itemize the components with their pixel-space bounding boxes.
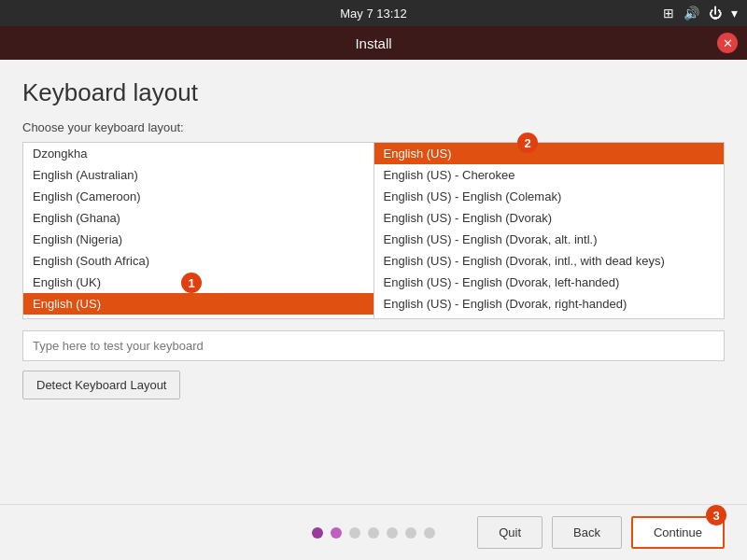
progress-dot-6: [405, 527, 416, 539]
progress-dot-4: [368, 527, 379, 539]
back-button[interactable]: Back: [552, 516, 622, 549]
list-item[interactable]: English (US): [23, 293, 374, 315]
badge-2: 2: [517, 133, 538, 153]
list-item[interactable]: English (US) - English (Dvorak): [374, 207, 725, 229]
detect-keyboard-button[interactable]: Detect Keyboard Layout: [22, 371, 180, 399]
system-topbar: May 7 13:12 ⊞ 🔊 ⏻ ▾: [0, 0, 747, 26]
volume-icon[interactable]: 🔊: [684, 6, 699, 21]
list-item[interactable]: English (South Africa): [23, 250, 374, 272]
badge-3: 3: [706, 505, 726, 525]
navigation-buttons: 3 Quit Back Continue: [477, 516, 725, 549]
progress-dot-1: [312, 527, 323, 539]
list-item[interactable]: Esperanto: [23, 315, 374, 319]
system-tray: ⊞ 🔊 ⏻ ▾: [663, 6, 738, 21]
progress-dot-3: [349, 527, 360, 539]
list-item[interactable]: English (US) - English (Dvorak, alt. int…: [374, 229, 725, 250]
progress-dot-2: [331, 527, 342, 539]
progress-dot-5: [387, 527, 398, 539]
power-icon[interactable]: ⏻: [709, 6, 722, 21]
system-clock: May 7 13:12: [340, 7, 407, 21]
variant-list[interactable]: English (US)English (US) - CherokeeEngli…: [374, 142, 726, 319]
progress-dots: [312, 527, 435, 539]
list-item[interactable]: English (US) - English (Colemak): [374, 186, 725, 207]
network-icon[interactable]: ⊞: [663, 6, 674, 21]
close-button[interactable]: ✕: [717, 33, 738, 53]
main-content: Keyboard layout Choose your keyboard lay…: [0, 60, 747, 504]
choose-layout-label: Choose your keyboard layout:: [22, 120, 725, 134]
badge-1: 1: [181, 273, 202, 293]
page-title: Keyboard layout: [22, 78, 725, 107]
language-list[interactable]: DzongkhaEnglish (Australian)English (Cam…: [22, 142, 374, 319]
chevron-down-icon[interactable]: ▾: [731, 6, 738, 21]
keyboard-test-input[interactable]: [22, 330, 725, 361]
list-item[interactable]: English (Ghana): [23, 207, 374, 229]
list-item[interactable]: English (US): [374, 143, 725, 164]
bottom-navigation: 3 Quit Back Continue: [0, 504, 747, 560]
list-item[interactable]: English (US) - English (Dvorak, left-han…: [374, 272, 725, 293]
list-item[interactable]: English (US) - English (Dvorak, right-ha…: [374, 293, 725, 315]
list-item[interactable]: English (US) - English (Dvorak, intl., w…: [374, 250, 725, 272]
list-item[interactable]: English (Nigeria): [23, 229, 374, 250]
list-item[interactable]: English (US) - Cherokee: [374, 164, 725, 186]
titlebar: Install ✕: [0, 26, 747, 60]
layout-lists-container: DzongkhaEnglish (Australian)English (Cam…: [22, 142, 725, 319]
list-item[interactable]: English (Australian): [23, 164, 374, 186]
list-item[interactable]: Dzongkha: [23, 143, 374, 164]
list-item[interactable]: English (Cameroon): [23, 186, 374, 207]
quit-button[interactable]: Quit: [477, 516, 543, 549]
progress-dot-7: [424, 527, 435, 539]
window-title: Install: [355, 35, 391, 51]
